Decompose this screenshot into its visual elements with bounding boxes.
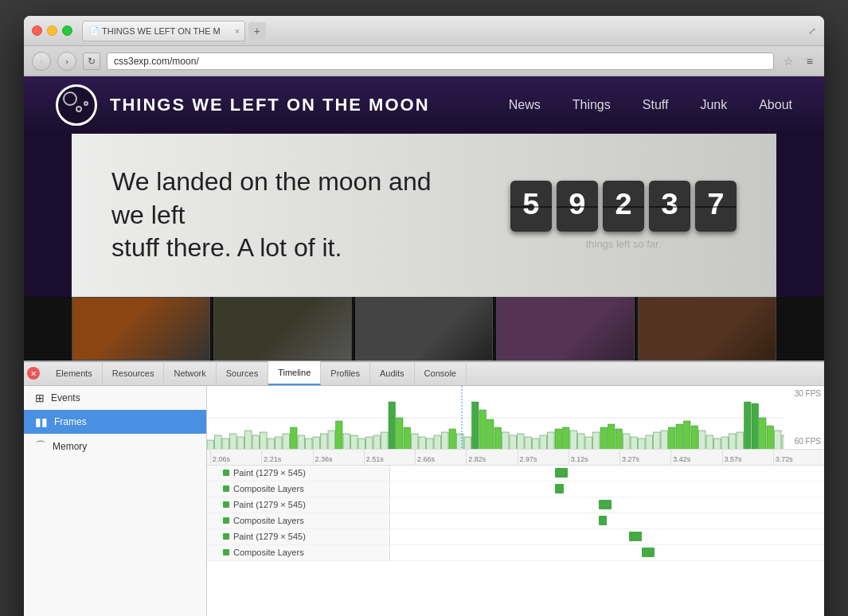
event-label-1: Paint (1279 × 545) xyxy=(207,466,390,481)
forward-button[interactable]: › xyxy=(57,52,76,71)
counter-digit-3: 2 xyxy=(603,181,644,232)
event-label-6: Composite Layers xyxy=(207,545,390,560)
event-label-3: Paint (1279 × 545) xyxy=(207,497,390,513)
menu-button[interactable]: ≡ xyxy=(803,55,816,68)
event-text-2: Composite Layers xyxy=(233,484,304,493)
event-label-5: Paint (1279 × 545) xyxy=(207,529,390,544)
bookmark-button[interactable]: ☆ xyxy=(780,55,797,68)
nav-link-news[interactable]: News xyxy=(509,98,541,112)
event-bar-4 xyxy=(599,516,608,525)
tab-profiles[interactable]: Profiles xyxy=(321,361,370,385)
thumb-4[interactable] xyxy=(496,297,635,361)
ruler-tick-12: 3.72s xyxy=(773,450,824,465)
tab-elements[interactable]: Elements xyxy=(46,361,103,385)
event-bar-area-4 xyxy=(390,513,824,528)
site-navigation: THINGS WE LEFT ON THE MOON News Things S… xyxy=(24,76,824,134)
nav-link-stuff[interactable]: Stuff xyxy=(643,98,669,112)
nav-link-things[interactable]: Things xyxy=(572,98,611,112)
nav-link-junk[interactable]: Junk xyxy=(700,98,727,112)
sidebar-item-frames[interactable]: ▮▮ Frames xyxy=(24,410,206,434)
table-row: Paint (1279 × 545) xyxy=(207,497,824,513)
moon-logo-icon xyxy=(56,84,97,126)
event-text-1: Paint (1279 × 545) xyxy=(233,468,306,478)
timeline-ruler: 2.06s 2.21s 2.36s 2.51s 2.66s 2.82s 2.97… xyxy=(207,450,824,466)
counter-label: things left so far. xyxy=(586,238,662,250)
counter-area: 5 9 2 3 7 things left so far. xyxy=(510,181,737,250)
tab-title: THINGS WE LEFT ON THE M xyxy=(102,26,221,36)
thumb-1[interactable] xyxy=(72,297,210,361)
new-tab-button[interactable]: + xyxy=(248,22,266,40)
color-dot-1 xyxy=(223,470,229,476)
event-rows: Paint (1279 × 545) Composite Layers xyxy=(207,466,824,561)
hero-section: We landed on the moon and we left stuff … xyxy=(72,134,776,297)
event-bar-1 xyxy=(555,468,568,478)
event-bar-2 xyxy=(555,484,564,493)
event-bar-area-6 xyxy=(390,545,824,560)
event-bar-area-3 xyxy=(390,497,824,513)
events-icon: ⊞ xyxy=(35,392,45,404)
counter-digits: 5 9 2 3 7 xyxy=(510,181,737,232)
tab-timeline[interactable]: Timeline xyxy=(268,361,321,385)
ruler-tick-11: 3.57s xyxy=(722,450,773,465)
tab-resources[interactable]: Resources xyxy=(103,361,165,385)
counter-digit-2: 9 xyxy=(557,181,598,232)
ruler-tick-7: 2.97s xyxy=(518,450,569,465)
counter-digit-4: 3 xyxy=(649,181,690,232)
color-dot-5 xyxy=(223,533,229,540)
browser-tab[interactable]: 📄 THINGS WE LEFT ON THE M × xyxy=(82,21,245,41)
table-row: Composite Layers xyxy=(207,513,824,529)
tab-sources[interactable]: Sources xyxy=(217,361,268,385)
event-text-3: Paint (1279 × 545) xyxy=(233,500,306,509)
tab-close-button[interactable]: × xyxy=(235,26,240,35)
minimize-button[interactable] xyxy=(47,25,57,36)
thumb-2[interactable] xyxy=(213,297,352,361)
ruler-tick-2: 2.21s xyxy=(261,450,312,465)
back-button[interactable]: ‹ xyxy=(32,52,51,71)
hero-text-line1: We landed on the moon and we left xyxy=(111,167,431,229)
tab-console[interactable]: Console xyxy=(415,361,467,385)
thumbnail-row xyxy=(24,297,824,361)
sidebar-label-events: Events xyxy=(51,392,80,404)
devtools-tabs: ✕ Elements Resources Network Sources Tim… xyxy=(24,362,824,386)
site-nav-links: News Things Stuff Junk About xyxy=(509,98,792,112)
thumb-3[interactable] xyxy=(355,297,494,361)
sidebar-item-events[interactable]: ⊞ Events xyxy=(24,386,206,410)
devtools-close-button[interactable]: ✕ xyxy=(27,367,40,380)
timeline-content: 30 FPS 60 FPS 2.06s 2.21s 2.36s 2.51s 2.… xyxy=(207,386,824,616)
table-row: Paint (1279 × 545) xyxy=(207,466,824,481)
fps-chart xyxy=(207,386,784,449)
event-bar-5 xyxy=(629,532,642,541)
ruler-tick-3: 2.36s xyxy=(313,450,364,465)
crater-3 xyxy=(84,101,88,106)
event-text-6: Composite Layers xyxy=(233,548,304,557)
nav-link-about[interactable]: About xyxy=(759,98,792,112)
crater-2 xyxy=(76,106,82,112)
close-button[interactable] xyxy=(32,25,42,36)
frames-icon: ▮▮ xyxy=(35,415,48,428)
table-row: Paint (1279 × 545) xyxy=(207,529,824,545)
tab-network[interactable]: Network xyxy=(164,361,216,385)
fullscreen-button[interactable]: ⤢ xyxy=(808,25,816,37)
browser-window: 📄 THINGS WE LEFT ON THE M × + ⤢ ‹ › ↻ cs… xyxy=(24,16,824,616)
refresh-button[interactable]: ↻ xyxy=(83,53,100,70)
traffic-lights xyxy=(32,25,72,36)
event-text-4: Composite Layers xyxy=(233,516,304,525)
thumb-5[interactable] xyxy=(638,297,776,361)
website-content: THINGS WE LEFT ON THE MOON News Things S… xyxy=(24,76,824,361)
ruler-tick-1: 2.06s xyxy=(210,450,261,465)
crater-1 xyxy=(63,92,77,106)
sidebar-label-memory: Memory xyxy=(53,441,87,452)
fps-60-label: 60 FPS xyxy=(787,437,821,446)
tab-audits[interactable]: Audits xyxy=(370,361,415,385)
devtools-main: ⊞ Events ▮▮ Frames ⌒ Memory xyxy=(24,386,824,616)
event-label-4: Composite Layers xyxy=(207,513,390,528)
url-bar[interactable]: css3exp.com/moon/ xyxy=(107,53,774,70)
maximize-button[interactable] xyxy=(62,25,72,36)
address-bar: ‹ › ↻ css3exp.com/moon/ ☆ ≡ xyxy=(24,46,824,76)
fps-30-label: 30 FPS xyxy=(787,389,821,398)
table-row: Composite Layers xyxy=(207,545,824,561)
color-dot-3 xyxy=(223,501,229,508)
site-logo: THINGS WE LEFT ON THE MOON xyxy=(56,84,430,126)
sidebar-item-memory[interactable]: ⌒ Memory xyxy=(24,434,206,459)
fps-labels: 30 FPS 60 FPS xyxy=(784,386,824,449)
